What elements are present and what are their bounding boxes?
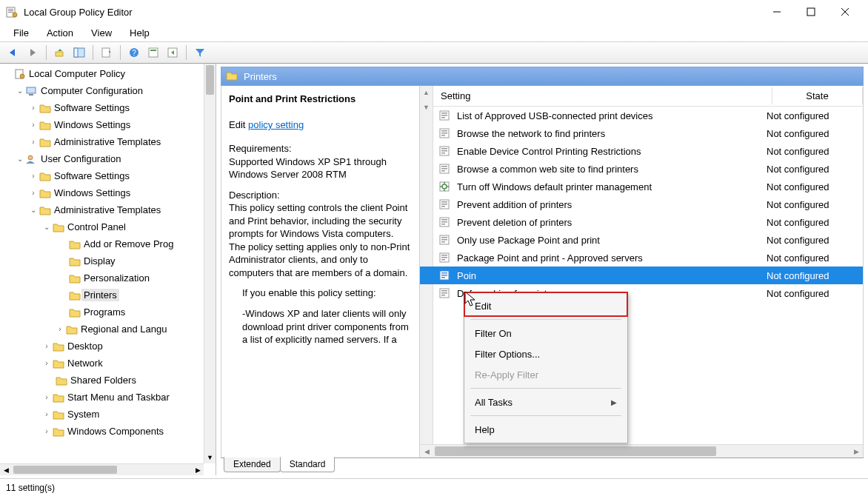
maximize-button[interactable] xyxy=(794,1,828,23)
show-hide-tree-button[interactable] xyxy=(70,44,88,61)
tree-item[interactable]: Personalization xyxy=(3,269,204,286)
svg-rect-1 xyxy=(8,9,13,10)
chevron-down-icon[interactable]: ⌄ xyxy=(28,206,39,214)
tree-item[interactable]: Display xyxy=(3,252,204,269)
setting-state: Not configured xyxy=(759,181,863,192)
tree-item[interactable]: ›Windows Settings xyxy=(3,116,204,133)
tree-admin-templates[interactable]: ⌄Administrative Templates xyxy=(3,201,204,218)
ctx-separator xyxy=(470,319,621,320)
tree-item[interactable]: ›Regional and Langu xyxy=(3,321,204,338)
menu-help[interactable]: Help xyxy=(122,26,157,40)
svg-rect-15 xyxy=(150,50,156,51)
main-split: Local Computer Policy ⌄ Computer Configu… xyxy=(0,64,868,475)
tree-scroll[interactable]: Local Computer Policy ⌄ Computer Configu… xyxy=(0,64,204,463)
tab-extended[interactable]: Extended xyxy=(224,457,281,472)
menu-view[interactable]: View xyxy=(84,26,119,40)
tree-horizontal-scrollbar[interactable]: ◀ ▶ xyxy=(0,463,204,475)
column-state[interactable]: State xyxy=(772,87,863,104)
scrollbar-thumb[interactable] xyxy=(13,466,117,474)
setting-name: Poin xyxy=(453,270,759,281)
tree-item[interactable]: ›Windows Components xyxy=(3,423,204,440)
tree-item[interactable]: ›Windows Settings xyxy=(3,184,204,201)
chevron-down-icon[interactable]: ⌄ xyxy=(15,87,25,95)
list-row[interactable]: Package Point and print - Approved serve… xyxy=(420,249,863,267)
list-row[interactable]: Browse the network to find printersNot c… xyxy=(420,124,863,142)
tree-control-panel[interactable]: ⌄Control Panel xyxy=(3,218,204,235)
tree-vertical-scrollbar[interactable]: ▲ ▼ xyxy=(204,64,216,463)
list-row[interactable]: Prevent addition of printersNot configur… xyxy=(420,195,863,213)
scroll-right-icon[interactable]: ▶ xyxy=(192,464,204,475)
chevron-right-icon[interactable]: › xyxy=(41,427,52,435)
folder-icon xyxy=(39,120,52,130)
ctx-edit[interactable]: Edit xyxy=(464,295,627,316)
svg-rect-53 xyxy=(441,255,447,256)
tree-item[interactable]: ›System xyxy=(3,406,204,423)
tree-item-printers[interactable]: Printers xyxy=(3,286,204,304)
titlebar: Local Group Policy Editor xyxy=(0,0,868,24)
forward-button[interactable] xyxy=(24,44,41,61)
properties-button[interactable] xyxy=(98,44,116,61)
column-setting[interactable]: Setting xyxy=(433,87,772,104)
chevron-right-icon[interactable]: › xyxy=(41,342,52,350)
close-button[interactable] xyxy=(828,1,862,23)
filter-button[interactable] xyxy=(191,44,209,61)
tree-root[interactable]: Local Computer Policy xyxy=(3,65,204,82)
chevron-right-icon[interactable]: › xyxy=(28,138,39,146)
ctx-help[interactable]: Help xyxy=(464,419,627,440)
tree-item[interactable]: Add or Remove Prog xyxy=(3,235,204,252)
chevron-right-icon[interactable]: › xyxy=(28,121,39,129)
chevron-right-icon[interactable]: › xyxy=(28,189,39,197)
minimize-button[interactable] xyxy=(760,1,794,23)
scroll-right-icon[interactable]: ▶ xyxy=(849,444,863,458)
list-row[interactable]: Browse a common web site to find printer… xyxy=(420,160,863,178)
list-row[interactable]: Enable Device Control Printing Restricti… xyxy=(420,142,863,160)
list-row[interactable]: Only use Package Point and printNot conf… xyxy=(420,231,863,249)
help-button[interactable]: ? xyxy=(125,44,143,61)
scrollbar-thumb[interactable] xyxy=(206,65,214,95)
list-row[interactable]: Prevent deletion of printersNot configur… xyxy=(420,213,863,231)
up-button[interactable] xyxy=(51,44,69,61)
tree-item[interactable]: ›Software Settings xyxy=(3,99,204,116)
tree-item[interactable]: Shared Folders xyxy=(3,372,204,389)
tree-item[interactable]: ›Software Settings xyxy=(3,167,204,184)
chevron-right-icon[interactable]: › xyxy=(41,410,52,418)
ctx-filter-on[interactable]: Filter On xyxy=(464,323,627,343)
menu-file[interactable]: File xyxy=(6,26,36,40)
back-button[interactable] xyxy=(4,44,22,61)
chevron-right-icon[interactable]: › xyxy=(28,104,39,112)
tree-item[interactable]: ›Desktop xyxy=(3,338,204,355)
list-row[interactable]: List of Approved USB-connected print dev… xyxy=(420,107,863,124)
scroll-down-icon[interactable]: ▼ xyxy=(204,452,216,463)
chevron-right-icon[interactable]: › xyxy=(41,393,52,401)
tree-user-config[interactable]: ⌄ User Configuration xyxy=(3,150,204,167)
tree-item[interactable]: ›Start Menu and Taskbar xyxy=(3,389,204,406)
ctx-filter-options[interactable]: Filter Options... xyxy=(464,343,627,364)
chevron-right-icon[interactable]: › xyxy=(41,359,52,367)
tree-item[interactable]: Programs xyxy=(3,304,204,321)
list-row[interactable]: PoinNot configured xyxy=(420,267,863,284)
svg-point-21 xyxy=(28,155,33,160)
chevron-down-icon[interactable]: ⌄ xyxy=(15,155,25,163)
scroll-up-icon[interactable]: ▲ xyxy=(420,86,433,99)
setting-state: Not configured xyxy=(759,146,863,157)
edit-policy-link[interactable]: policy setting xyxy=(248,119,304,130)
svg-rect-35 xyxy=(441,166,447,167)
scroll-left-icon[interactable]: ◀ xyxy=(420,444,433,458)
scrollbar-thumb[interactable] xyxy=(435,446,716,456)
scroll-left-icon[interactable]: ◀ xyxy=(0,464,12,475)
tab-standard[interactable]: Standard xyxy=(280,457,335,472)
description-heading: Description: xyxy=(229,190,280,201)
menu-action[interactable]: Action xyxy=(39,26,81,40)
list-row[interactable]: Turn off Windows default printer managem… xyxy=(420,178,863,195)
chevron-down-icon[interactable]: ⌄ xyxy=(41,223,52,231)
refresh-button[interactable] xyxy=(164,44,181,61)
tree-computer-config[interactable]: ⌄ Computer Configuration xyxy=(3,82,204,99)
list-horizontal-scrollbar[interactable] xyxy=(433,444,849,458)
tree-item[interactable]: ›Network xyxy=(3,355,204,372)
ctx-all-tasks[interactable]: All Tasks▶ xyxy=(464,392,627,412)
setting-state: Not configured xyxy=(759,252,863,264)
tree-item[interactable]: ›Administrative Templates xyxy=(3,133,204,150)
chevron-right-icon[interactable]: › xyxy=(55,325,65,333)
chevron-right-icon[interactable]: › xyxy=(28,172,39,180)
options-button[interactable] xyxy=(144,44,162,61)
